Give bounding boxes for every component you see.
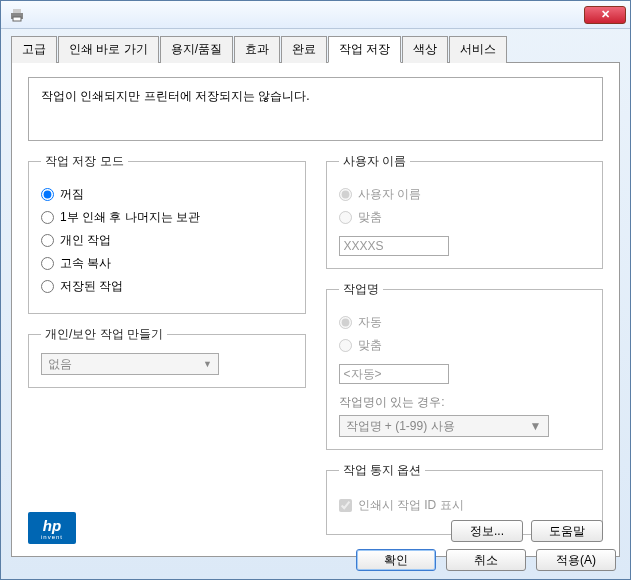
radio-off-row[interactable]: 꺼짐 [41,186,293,203]
hp-logo-sub: invent [41,534,63,540]
tab-finishing[interactable]: 완료 [281,36,327,63]
radio-stored-label: 저장된 작업 [60,278,123,295]
chevron-down-icon: ▼ [203,359,212,369]
jobname-exists-value: 작업명 + (1-99) 사용 [346,418,455,435]
tab-job-storage[interactable]: 작업 저장 [328,36,401,63]
jobname-legend: 작업명 [339,281,383,298]
left-column: 작업 저장 모드 꺼짐 1부 인쇄 후 나머지는 보관 개인 작업 [28,153,306,547]
notify-check-label: 인쇄시 작업 ID 표시 [358,497,464,514]
tab-effects[interactable]: 효과 [234,36,280,63]
chevron-down-icon: ▼ [530,419,542,433]
radio-personal[interactable] [41,234,54,247]
ok-button[interactable]: 확인 [356,549,436,571]
radio-username-custom [339,211,352,224]
radio-quick-label: 고속 복사 [60,255,111,272]
radio-quick[interactable] [41,257,54,270]
description-text: 작업이 인쇄되지만 프린터에 저장되지는 않습니다. [41,89,310,103]
radio-username-custom-row: 맞춤 [339,209,591,226]
radio-stored[interactable] [41,280,54,293]
radio-jobname-custom [339,339,352,352]
right-column: 사용자 이름 사용자 이름 맞춤 작업명 [326,153,604,547]
info-button[interactable]: 정보... [451,520,523,542]
username-legend: 사용자 이름 [339,153,410,170]
radio-username [339,188,352,201]
panel-buttons: 정보... 도움말 [451,520,603,542]
notify-legend: 작업 통지 옵션 [339,462,426,479]
close-icon: ✕ [601,8,610,21]
jobname-group: 작업명 자동 맞춤 작업명이 있는 경우: 작업명 + (1-99) 사용 [326,281,604,450]
secure-job-group: 개인/보안 작업 만들기 없음 ▼ [28,326,306,388]
tab-strip: 고급 인쇄 바로 가기 용지/품질 효과 완료 작업 저장 색상 서비스 [11,35,620,63]
columns: 작업 저장 모드 꺼짐 1부 인쇄 후 나머지는 보관 개인 작업 [28,153,603,547]
description-box: 작업이 인쇄되지만 프린터에 저장되지는 않습니다. [28,77,603,141]
radio-jobname-auto-label: 자동 [358,314,382,331]
tab-paper-quality[interactable]: 용지/품질 [160,36,233,63]
jobname-exists-label: 작업명이 있는 경우: [339,394,591,411]
titlebar: ✕ [1,1,630,29]
tab-panel: 작업이 인쇄되지만 프린터에 저장되지는 않습니다. 작업 저장 모드 꺼짐 1… [11,63,620,557]
radio-jobname-auto-row: 자동 [339,314,591,331]
radio-proof[interactable] [41,211,54,224]
job-storage-mode-legend: 작업 저장 모드 [41,153,128,170]
secure-job-select[interactable]: 없음 ▼ [41,353,219,375]
radio-personal-row[interactable]: 개인 작업 [41,232,293,249]
username-input [339,236,449,256]
radio-username-label: 사용자 이름 [358,186,421,203]
secure-job-value: 없음 [48,356,72,373]
radio-jobname-custom-label: 맞춤 [358,337,382,354]
printer-icon [9,7,25,23]
tab-advanced[interactable]: 고급 [11,36,57,63]
footer-buttons: 확인 취소 적용(A) [356,549,616,571]
apply-button[interactable]: 적용(A) [536,549,616,571]
close-button[interactable]: ✕ [584,6,626,24]
jobname-exists-select: 작업명 + (1-99) 사용 ▼ [339,415,549,437]
notify-check-row: 인쇄시 작업 ID 표시 [339,497,591,514]
job-storage-mode-group: 작업 저장 모드 꺼짐 1부 인쇄 후 나머지는 보관 개인 작업 [28,153,306,314]
tab-services[interactable]: 서비스 [449,36,507,63]
username-group: 사용자 이름 사용자 이름 맞춤 [326,153,604,269]
radio-jobname-custom-row: 맞춤 [339,337,591,354]
radio-username-row: 사용자 이름 [339,186,591,203]
hp-logo: hp invent [28,512,76,544]
radio-personal-label: 개인 작업 [60,232,111,249]
svg-rect-1 [13,9,21,13]
tab-shortcuts[interactable]: 인쇄 바로 가기 [58,36,159,63]
notify-checkbox [339,499,352,512]
radio-off-label: 꺼짐 [60,186,84,203]
print-dialog: ✕ 고급 인쇄 바로 가기 용지/품질 효과 완료 작업 저장 색상 서비스 작… [0,0,631,580]
svg-rect-2 [13,17,21,21]
radio-username-custom-label: 맞춤 [358,209,382,226]
cancel-button[interactable]: 취소 [446,549,526,571]
radio-quick-row[interactable]: 고속 복사 [41,255,293,272]
radio-proof-label: 1부 인쇄 후 나머지는 보관 [60,209,200,226]
radio-off[interactable] [41,188,54,201]
tab-color[interactable]: 색상 [402,36,448,63]
hp-logo-text: hp [43,517,61,534]
jobname-input [339,364,449,384]
radio-proof-row[interactable]: 1부 인쇄 후 나머지는 보관 [41,209,293,226]
content-area: 고급 인쇄 바로 가기 용지/품질 효과 완료 작업 저장 색상 서비스 작업이… [1,29,630,567]
radio-stored-row[interactable]: 저장된 작업 [41,278,293,295]
help-button[interactable]: 도움말 [531,520,603,542]
radio-jobname-auto [339,316,352,329]
secure-job-legend: 개인/보안 작업 만들기 [41,326,167,343]
